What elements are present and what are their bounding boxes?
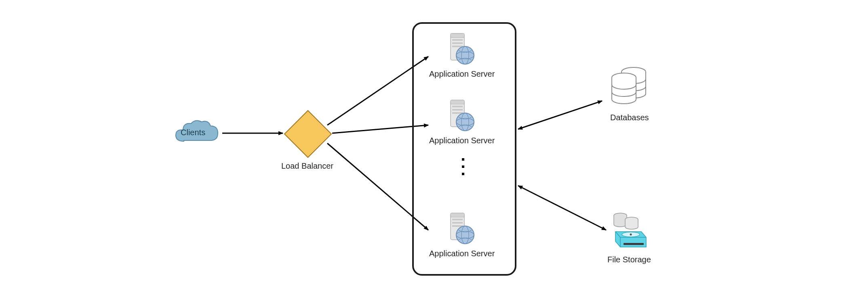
svg-rect-4 bbox=[452, 39, 463, 41]
svg-rect-32 bbox=[624, 243, 644, 245]
svg-point-7 bbox=[456, 46, 474, 64]
app-server-1-label: Application Server bbox=[429, 69, 495, 79]
clients-label: Clients bbox=[181, 128, 205, 137]
server-icon bbox=[442, 97, 479, 135]
disk-icon bbox=[608, 211, 649, 253]
app-server-3-label: Application Server bbox=[429, 249, 495, 258]
svg-point-15 bbox=[456, 113, 474, 131]
svg-rect-12 bbox=[452, 106, 463, 107]
server-icon bbox=[442, 30, 479, 69]
architecture-diagram: Clients Load Balancer Application Server bbox=[0, 0, 868, 293]
svg-rect-20 bbox=[452, 219, 463, 220]
app-server-2-label: Application Server bbox=[429, 136, 495, 145]
svg-point-23 bbox=[456, 226, 474, 244]
svg-rect-5 bbox=[452, 42, 463, 44]
svg-rect-21 bbox=[452, 222, 463, 224]
svg-rect-3 bbox=[451, 33, 464, 38]
database-icon bbox=[606, 65, 651, 111]
arrow-cluster-to-db bbox=[518, 101, 602, 129]
file-storage-label: File Storage bbox=[607, 255, 651, 264]
svg-point-31 bbox=[630, 234, 632, 236]
arrow-cluster-to-storage bbox=[518, 186, 606, 230]
server-icon bbox=[442, 210, 479, 248]
databases-label: Databases bbox=[610, 113, 649, 122]
svg-rect-11 bbox=[451, 100, 464, 104]
load-balancer-label: Load Balancer bbox=[281, 161, 333, 171]
ellipsis-dots bbox=[462, 158, 464, 175]
svg-rect-13 bbox=[452, 109, 463, 111]
diamond-icon bbox=[291, 117, 325, 151]
svg-rect-19 bbox=[451, 213, 464, 217]
